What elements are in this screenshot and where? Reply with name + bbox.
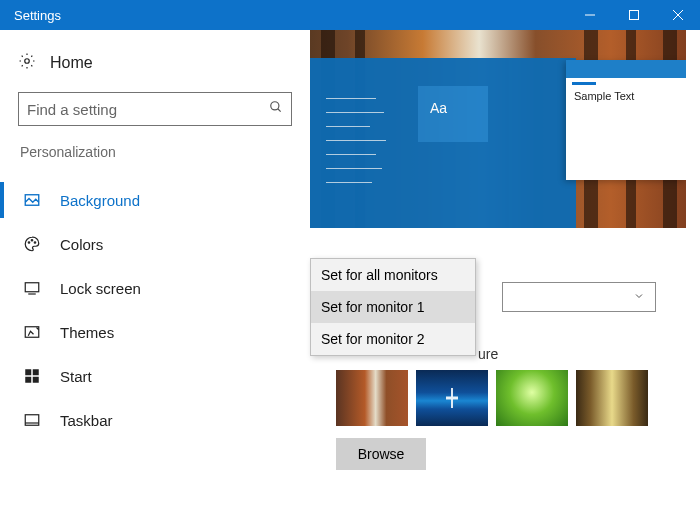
svg-rect-14 bbox=[25, 369, 31, 375]
svg-rect-16 bbox=[25, 377, 31, 383]
picture-thumb-1[interactable] bbox=[336, 370, 408, 426]
svg-point-8 bbox=[28, 242, 30, 244]
titlebar: Settings bbox=[0, 0, 700, 30]
section-label: Personalization bbox=[20, 144, 292, 160]
context-item-monitor-2[interactable]: Set for monitor 2 bbox=[311, 323, 475, 355]
svg-rect-11 bbox=[25, 283, 39, 292]
svg-point-10 bbox=[34, 242, 36, 244]
sidebar-item-label: Lock screen bbox=[60, 280, 141, 297]
monitor-context-menu: Set for all monitors Set for monitor 1 S… bbox=[310, 258, 476, 356]
sidebar-item-taskbar[interactable]: Taskbar bbox=[0, 398, 310, 442]
palette-icon bbox=[22, 234, 42, 254]
context-item-monitor-1[interactable]: Set for monitor 1 bbox=[311, 291, 475, 323]
svg-point-4 bbox=[25, 59, 30, 64]
home-label: Home bbox=[50, 54, 93, 72]
svg-point-9 bbox=[31, 240, 33, 242]
preview-font-sample: Aa bbox=[430, 100, 447, 116]
browse-label: Browse bbox=[358, 446, 405, 462]
gear-icon bbox=[18, 52, 36, 74]
svg-rect-17 bbox=[33, 377, 39, 383]
picture-thumb-2[interactable] bbox=[416, 370, 488, 426]
sidebar-item-colors[interactable]: Colors bbox=[0, 222, 310, 266]
taskbar-icon bbox=[22, 410, 42, 430]
search-input[interactable] bbox=[27, 101, 269, 118]
context-item-all-monitors[interactable]: Set for all monitors bbox=[311, 259, 475, 291]
search-box[interactable] bbox=[18, 92, 292, 126]
maximize-button[interactable] bbox=[612, 0, 656, 30]
picture-thumb-3[interactable] bbox=[496, 370, 568, 426]
sidebar: Home Personalization Background bbox=[0, 30, 310, 518]
svg-point-5 bbox=[271, 102, 279, 110]
window-title: Settings bbox=[14, 8, 61, 23]
svg-rect-15 bbox=[33, 369, 39, 375]
browse-button[interactable]: Browse bbox=[336, 438, 426, 470]
sidebar-item-label: Taskbar bbox=[60, 412, 113, 429]
main-content: Aa Sample Text bbox=[310, 30, 700, 518]
nav: Background Colors Lock screen bbox=[0, 178, 310, 442]
search-icon bbox=[269, 100, 283, 118]
sidebar-item-background[interactable]: Background bbox=[0, 178, 310, 222]
sidebar-item-label: Start bbox=[60, 368, 92, 385]
svg-line-6 bbox=[278, 109, 281, 112]
preview-sample-window: Sample Text bbox=[566, 60, 686, 180]
themes-icon bbox=[22, 322, 42, 342]
sidebar-item-lockscreen[interactable]: Lock screen bbox=[0, 266, 310, 310]
close-button[interactable] bbox=[656, 0, 700, 30]
picture-icon bbox=[22, 190, 42, 210]
sidebar-item-start[interactable]: Start bbox=[0, 354, 310, 398]
choose-picture-label: ure bbox=[478, 346, 498, 362]
svg-rect-18 bbox=[25, 415, 39, 426]
sidebar-item-label: Themes bbox=[60, 324, 114, 341]
lockscreen-icon bbox=[22, 278, 42, 298]
preview-sample-text: Sample Text bbox=[574, 90, 634, 102]
chevron-down-icon bbox=[633, 288, 645, 306]
start-icon bbox=[22, 366, 42, 386]
home-nav[interactable]: Home bbox=[18, 44, 292, 82]
preview-startmenu: Aa bbox=[310, 58, 576, 228]
desktop-preview: Aa Sample Text bbox=[310, 30, 686, 228]
picture-thumbnails bbox=[336, 370, 648, 426]
minimize-button[interactable] bbox=[568, 0, 612, 30]
picture-thumb-4[interactable] bbox=[576, 370, 648, 426]
settings-window: Settings Home Persona bbox=[0, 0, 700, 518]
sidebar-item-label: Colors bbox=[60, 236, 103, 253]
sidebar-item-themes[interactable]: Themes bbox=[0, 310, 310, 354]
svg-rect-1 bbox=[630, 11, 639, 20]
background-dropdown[interactable] bbox=[502, 282, 656, 312]
sidebar-item-label: Background bbox=[60, 192, 140, 209]
